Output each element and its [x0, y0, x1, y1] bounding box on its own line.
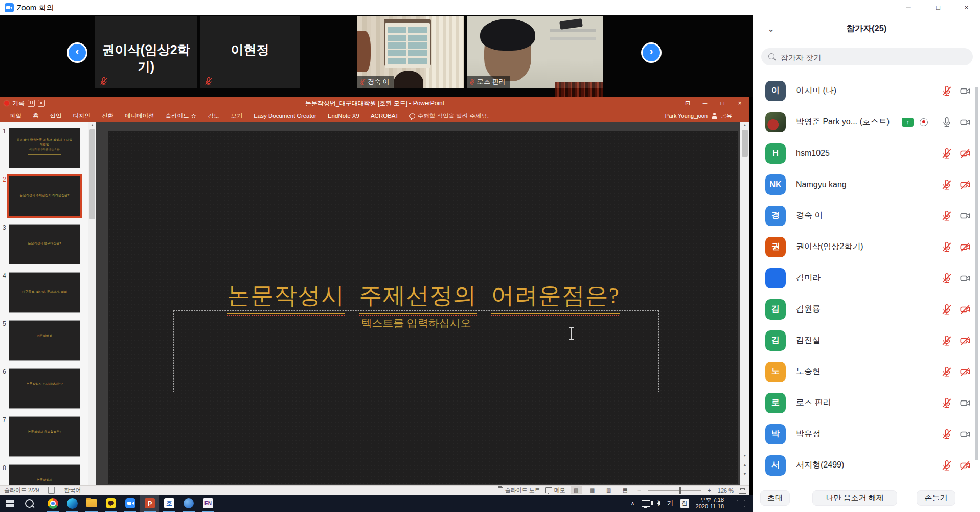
spellcheck-icon[interactable] — [48, 487, 55, 494]
slide-title[interactable]: 논문작성시 주제선정의 어려운점은? — [108, 280, 738, 314]
pause-recording-button[interactable] — [28, 100, 35, 107]
view-reading-button[interactable]: ▥ — [603, 486, 614, 494]
zoom-in-button[interactable]: + — [706, 487, 713, 494]
camera-status-icon[interactable] — [960, 366, 971, 377]
mic-status-icon[interactable] — [941, 304, 952, 315]
participant-row[interactable]: 로 로즈 핀리 ↑ — [753, 387, 980, 418]
slide-thumbnail[interactable]: 5 이론적배경 — [0, 320, 88, 361]
mic-status-icon[interactable] — [941, 366, 952, 377]
participant-row[interactable]: 서 서지형(2499) ↑ — [753, 450, 980, 481]
taskbar-search-button[interactable] — [19, 495, 39, 512]
ribbon-tab[interactable]: Easy Document Creator — [248, 109, 322, 122]
mic-status-icon[interactable] — [941, 241, 952, 253]
taskbar-explorer-button[interactable] — [82, 495, 101, 512]
taskbar-chrome-button[interactable] — [43, 495, 62, 512]
scroll-up-button[interactable]: ▲ — [88, 122, 96, 129]
ppt-close-button[interactable]: × — [731, 97, 748, 109]
camera-status-icon[interactable] — [960, 460, 971, 471]
panel-footer-button[interactable]: 손들기 — [917, 490, 955, 506]
camera-status-icon[interactable] — [960, 335, 971, 346]
camera-status-icon[interactable] — [960, 273, 971, 284]
scrollbar-thumb[interactable] — [89, 129, 95, 219]
slide-thumbnail[interactable]: 4 연구목적, 필요성, 문제제기, 의의 — [0, 272, 88, 313]
participant-name-tile[interactable]: 이현정 — [200, 16, 300, 88]
camera-status-icon[interactable] — [960, 117, 971, 128]
slide-thumbnail[interactable]: 6 논문작성시 조사대상자는? — [0, 368, 88, 409]
participant-row[interactable]: 권 권이삭(임상2학기) ↑ — [753, 231, 980, 262]
participant-row[interactable]: 김 김진실 ↑ — [753, 325, 980, 356]
ribbon-tab[interactable]: 홈 — [27, 109, 44, 122]
participant-row[interactable]: 김 김원룡 ↑ — [753, 294, 980, 325]
previous-slide-button[interactable]: ▲ — [740, 461, 749, 469]
zoom-slider[interactable] — [648, 490, 701, 491]
zoom-percent[interactable]: 126 % — [718, 487, 734, 494]
taskbar-clock[interactable]: 오후 7:18 2020-11-18 — [696, 497, 724, 510]
ribbon-tab[interactable]: 애니메이션 — [119, 109, 160, 122]
ribbon-options-button[interactable]: ⊡ — [679, 97, 696, 109]
view-normal-button[interactable]: ▤ — [571, 486, 582, 494]
participant-video-tile[interactable]: 로즈 핀리 — [467, 16, 603, 88]
mic-status-icon[interactable] — [941, 335, 952, 346]
panel-footer-button[interactable]: 나만 음소거 해제 — [812, 490, 897, 506]
slide-placeholder-box[interactable]: 텍스트를 입력하십시오 — [173, 310, 659, 392]
participant-row[interactable]: 박영준 Park yo... (호스트) ↑ — [753, 106, 980, 138]
memo-button[interactable]: 메모 — [545, 486, 565, 494]
mic-status-icon[interactable] — [941, 273, 952, 284]
ppt-restore-button[interactable]: □ — [714, 97, 731, 109]
zoom-out-button[interactable]: − — [636, 487, 643, 494]
fit-slide-button[interactable] — [739, 487, 746, 494]
share-button[interactable]: 공유 — [721, 112, 732, 120]
camera-status-icon[interactable] — [960, 148, 971, 159]
ribbon-tab[interactable]: 보기 — [225, 109, 248, 122]
panel-scrollbar-thumb[interactable] — [975, 87, 978, 460]
camera-status-icon[interactable] — [960, 210, 971, 221]
participant-name-tile[interactable]: 권이삭(임상2학기) — [95, 16, 197, 88]
volume-icon[interactable] — [657, 501, 660, 506]
participant-video-tile[interactable]: 경숙 이 — [357, 16, 464, 88]
mic-status-icon[interactable] — [941, 179, 952, 190]
stop-recording-button[interactable] — [38, 100, 45, 107]
ribbon-tab[interactable]: 검토 — [202, 109, 225, 122]
prev-participants-button[interactable]: ‹ — [67, 42, 87, 63]
slide-thumbnail[interactable]: 7 논문작성시 유의할점은? — [0, 416, 88, 457]
minimize-button[interactable]: ─ — [894, 0, 923, 15]
participant-row[interactable]: 김미라 ↑ — [753, 262, 980, 294]
mic-status-icon[interactable] — [941, 460, 952, 471]
camera-status-icon[interactable] — [960, 397, 971, 409]
taskbar-kakaotalk-button[interactable] — [101, 495, 121, 512]
ribbon-tab[interactable]: 삽입 — [44, 109, 67, 122]
camera-status-icon[interactable] — [960, 85, 971, 97]
slide[interactable]: 논문작성시 주제선정의 어려운점은? 텍스트를 입력하십시오 — [108, 131, 738, 484]
participant-row[interactable]: NK Namgyu kang ↑ — [753, 169, 980, 200]
taskbar-powerpoint-button[interactable]: P — [140, 495, 159, 512]
ribbon-tab[interactable]: 디자인 — [67, 109, 97, 122]
camera-status-icon[interactable] — [960, 429, 971, 440]
slide-thumbnail[interactable]: 3 논문작성시 연구대상은? — [0, 224, 88, 265]
ppt-minimize-button[interactable]: ─ — [696, 97, 714, 109]
view-sorter-button[interactable]: ▦ — [587, 486, 598, 494]
camera-status-icon[interactable] — [960, 304, 971, 315]
notes-button[interactable]: 슬라이드 노트 — [497, 486, 540, 494]
view-slideshow-button[interactable]: ⬒ — [620, 486, 631, 494]
taskbar-edge-button[interactable] — [62, 495, 82, 512]
mic-status-icon[interactable] — [941, 117, 952, 128]
taskbar-app-button[interactable] — [179, 495, 198, 512]
taskbar-endnote-button[interactable]: EN — [198, 495, 218, 512]
participant-row[interactable]: 노 노승현 ↑ — [753, 356, 980, 387]
ime-han-badge[interactable]: 한 — [680, 499, 689, 508]
camera-status-icon[interactable] — [960, 179, 971, 190]
ribbon-tab[interactable]: 파일 — [4, 109, 27, 122]
tray-expand-button[interactable]: ∧ — [630, 500, 634, 507]
ribbon-tab[interactable]: ACROBAT — [365, 109, 404, 122]
next-participants-button[interactable]: › — [641, 42, 662, 63]
ribbon-tab[interactable]: 슬라이드 쇼 — [160, 109, 202, 122]
participant-row[interactable]: 이 이지미 (나) ↑ — [753, 75, 980, 106]
taskbar-zoom-button[interactable] — [121, 495, 140, 512]
start-button[interactable] — [0, 495, 19, 512]
tell-me-box[interactable]: 수행할 작업을 알려 주세요. — [409, 112, 489, 120]
participant-row[interactable]: 경 경숙 이 ↑ — [753, 200, 980, 231]
scrollbar-thumb[interactable] — [742, 130, 748, 157]
thumbnail-scrollbar[interactable]: ▲ — [88, 122, 96, 486]
network-icon[interactable] — [642, 500, 650, 507]
slide-thumbnail[interactable]: 1 효과적인 학위논문 계획서 작성과 조사설계방법 -자발적인 주제를 중심으… — [0, 128, 88, 169]
